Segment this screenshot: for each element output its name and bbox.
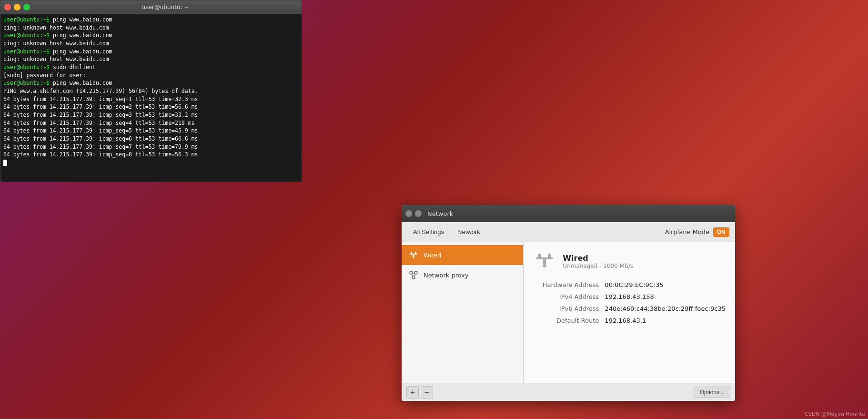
svg-rect-4	[413, 257, 414, 258]
wired-icon	[408, 250, 419, 260]
sidebar-network-proxy-label: Network proxy	[424, 272, 469, 279]
options-button[interactable]: Options...	[694, 387, 730, 398]
terminal-title: user@ubuntu: ~	[33, 4, 298, 10]
dialog-minimize-button[interactable]	[415, 210, 422, 217]
svg-point-5	[410, 271, 413, 274]
svg-rect-14	[543, 259, 546, 264]
terminal-line-18: 64 bytes from 14.215.177.39: icmp_seq=8 …	[3, 151, 299, 159]
dialog-nav: All Settings Network Airplane Mode ON	[402, 222, 735, 242]
terminal-line-7: user@ubuntu:~$ sudo dhclient	[3, 63, 299, 72]
ipv6-address-row: IPv6 Address 240e:460:c44:38be:20c:29ff:…	[533, 305, 726, 312]
default-route-value: 192.168.43.1	[605, 317, 646, 324]
network-nav-button[interactable]: Network	[452, 226, 486, 237]
svg-point-7	[412, 276, 415, 279]
dialog-footer: + − Options...	[402, 383, 735, 401]
detail-header: Wired Unmanaged - 1000 Mb/s	[533, 250, 726, 273]
all-settings-button[interactable]: All Settings	[407, 226, 450, 237]
terminal-line-10: PING www.a.shifen.com (14.215.177.39) 56…	[3, 87, 299, 95]
terminal-titlebar: user@ubuntu: ~	[0, 0, 302, 14]
terminal-line-13: 64 bytes from 14.215.177.39: icmp_seq=3 …	[3, 111, 299, 119]
ipv4-address-value: 192.168.43.158	[605, 293, 654, 300]
terminal-line-9: user@ubuntu:~$ ping www.baidu.com	[3, 79, 299, 87]
detail-connection-title: Wired	[563, 254, 633, 263]
svg-line-10	[414, 274, 415, 276]
dialog-close-button[interactable]	[405, 210, 412, 217]
svg-rect-1	[411, 252, 412, 254]
detail-panel: Wired Unmanaged - 1000 Mb/s Hardware Add…	[524, 242, 735, 383]
csdn-watermark: CSDN @Mogim Hourite	[805, 411, 865, 417]
sidebar-wired-label: Wired	[424, 252, 442, 259]
svg-rect-15	[543, 264, 546, 267]
terminal-line-4: ping: unknown host www.baidu.com	[3, 40, 299, 48]
detail-connection-subtitle: Unmanaged - 1000 Mb/s	[563, 263, 633, 269]
detail-title-block: Wired Unmanaged - 1000 Mb/s	[563, 254, 633, 269]
network-dialog: Network All Settings Network Airplane Mo…	[402, 205, 735, 401]
terminal-close-button[interactable]	[4, 4, 11, 10]
ipv4-address-label: IPv4 Address	[533, 293, 605, 300]
svg-line-9	[412, 274, 413, 276]
dialog-title: Network	[427, 210, 453, 217]
hardware-address-label: Hardware Address	[533, 281, 605, 288]
terminal-window: user@ubuntu: ~ user@ubuntu:~$ ping www.b…	[0, 0, 302, 182]
sidebar-item-network-proxy[interactable]: Network proxy	[402, 265, 523, 285]
airplane-mode-label: Airplane Mode	[665, 228, 709, 235]
ipv6-address-value: 240e:460:c44:38be:20c:29ff:feec:9c35	[605, 305, 726, 312]
remove-connection-button[interactable]: −	[421, 386, 433, 399]
terminal-line-8: [sudo] password for user:	[3, 72, 299, 80]
terminal-line-11: 64 bytes from 14.215.177.39: icmp_seq=1 …	[3, 95, 299, 103]
terminal-line-15: 64 bytes from 14.215.177.39: icmp_seq=5 …	[3, 127, 299, 135]
terminal-line-6: ping: unknown host www.baidu.com	[3, 55, 299, 63]
terminal-line-5: user@ubuntu:~$ ping www.baidu.com	[3, 48, 299, 56]
sidebar-panel: Wired Network proxy	[402, 242, 524, 383]
airplane-mode-toggle[interactable]: ON	[713, 227, 729, 237]
terminal-line-12: 64 bytes from 14.215.177.39: icmp_seq=2 …	[3, 103, 299, 111]
terminal-line-3: user@ubuntu:~$ ping www.baidu.com	[3, 31, 299, 40]
dialog-titlebar: Network	[402, 205, 735, 222]
network-proxy-icon	[408, 270, 419, 280]
default-route-row: Default Route 192.168.43.1	[533, 317, 726, 324]
svg-rect-12	[538, 254, 541, 258]
terminal-cursor-line	[3, 159, 299, 167]
terminal-body[interactable]: user@ubuntu:~$ ping www.baidu.com ping: …	[0, 14, 302, 182]
svg-point-6	[414, 271, 417, 274]
terminal-line-2: ping: unknown host www.baidu.com	[3, 24, 299, 32]
terminal-line-17: 64 bytes from 14.215.177.39: icmp_seq=7 …	[3, 143, 299, 151]
terminal-line-16: 64 bytes from 14.215.177.39: icmp_seq=6 …	[3, 135, 299, 143]
terminal-minimize-button[interactable]	[14, 4, 20, 10]
svg-rect-3	[413, 255, 414, 257]
svg-rect-2	[415, 252, 416, 254]
dialog-body: Wired Network proxy	[402, 242, 735, 383]
terminal-maximize-button[interactable]	[23, 4, 30, 10]
ipv6-address-label: IPv6 Address	[533, 305, 605, 312]
add-connection-button[interactable]: +	[406, 386, 419, 399]
ipv4-address-row: IPv4 Address 192.168.43.158	[533, 293, 726, 300]
airplane-mode-area: Airplane Mode ON	[665, 227, 729, 237]
hardware-address-value: 00:0C:29:EC:9C:35	[605, 281, 664, 288]
wired-detail-icon	[533, 250, 556, 273]
svg-rect-13	[548, 254, 551, 258]
terminal-line-14: 64 bytes from 14.215.177.39: icmp_seq=4 …	[3, 119, 299, 127]
default-route-label: Default Route	[533, 317, 605, 324]
terminal-line-1: user@ubuntu:~$ ping www.baidu.com	[3, 16, 299, 24]
hardware-address-row: Hardware Address 00:0C:29:EC:9C:35	[533, 281, 726, 288]
sidebar-item-wired[interactable]: Wired	[402, 245, 523, 265]
